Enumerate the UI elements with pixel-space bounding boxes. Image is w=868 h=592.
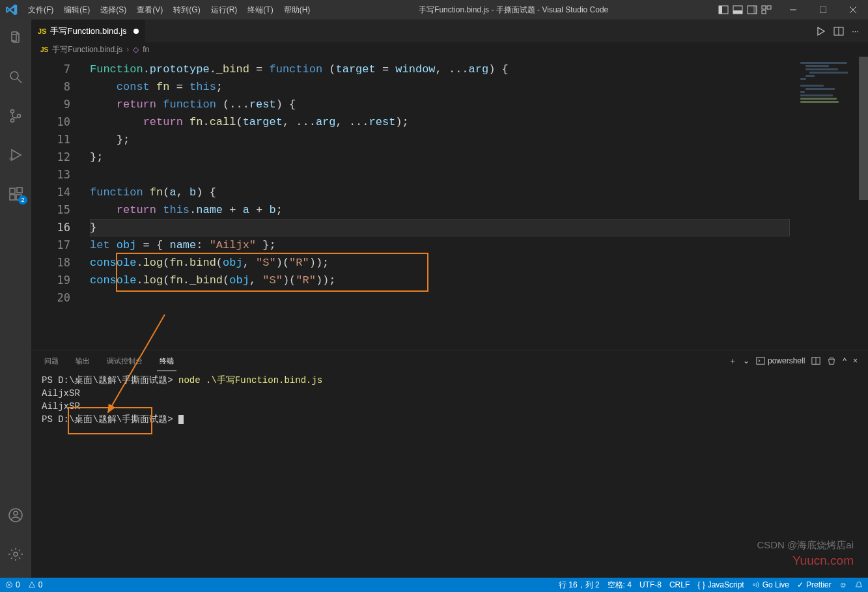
svg-line-14 — [18, 79, 21, 83]
close-panel-icon[interactable]: × — [853, 356, 858, 365]
status-bell-icon[interactable] — [855, 581, 863, 589]
js-file-icon: JS — [38, 27, 46, 35]
svg-point-35 — [753, 584, 755, 586]
layout-controls — [712, 5, 778, 15]
svg-rect-7 — [767, 6, 771, 9]
minimap[interactable] — [800, 61, 859, 113]
editor-group: JS 手写Function.bind.js ··· JS 手写Function.… — [31, 20, 868, 578]
search-icon[interactable] — [0, 64, 31, 90]
svg-rect-5 — [753, 6, 757, 14]
status-prettier[interactable]: ✓ Prettier — [797, 580, 832, 589]
annotation-box-output — [68, 407, 152, 434]
svg-rect-19 — [10, 188, 15, 193]
more-actions-icon[interactable]: ··· — [852, 26, 859, 36]
menu-help[interactable]: 帮助(H) — [279, 0, 316, 20]
explorer-icon[interactable] — [0, 25, 31, 51]
run-file-icon[interactable] — [815, 26, 826, 36]
maximize-panel-icon[interactable]: ^ — [843, 356, 847, 365]
breadcrumb-file[interactable]: 手写Function.bind.js — [52, 44, 122, 55]
status-encoding[interactable]: UTF-8 — [639, 580, 662, 589]
run-debug-icon[interactable] — [0, 142, 31, 168]
menu-edit[interactable]: 编辑(E) — [59, 0, 95, 20]
menu-terminal[interactable]: 终端(T) — [242, 0, 278, 20]
svg-point-17 — [18, 115, 21, 118]
terminal-dropdown-icon[interactable]: ⌄ — [743, 356, 749, 365]
svg-point-24 — [14, 511, 18, 515]
svg-point-16 — [11, 119, 14, 122]
status-warnings[interactable]: 0 — [28, 580, 43, 589]
js-file-icon: JS — [40, 46, 48, 53]
status-bar: 0 0 行 16，列 2 空格: 4 UTF-8 CRLF { } JavaSc… — [0, 578, 868, 592]
close-button[interactable] — [838, 0, 868, 20]
extensions-icon[interactable]: 2 — [0, 181, 31, 207]
svg-rect-10 — [820, 7, 826, 13]
svg-rect-8 — [762, 10, 766, 14]
modified-indicator-icon — [133, 29, 139, 34]
split-terminal-icon[interactable] — [811, 356, 820, 365]
svg-point-13 — [10, 72, 18, 79]
kill-terminal-icon[interactable] — [827, 356, 836, 365]
new-terminal-icon[interactable]: ＋ — [729, 356, 736, 367]
breadcrumb[interactable]: JS 手写Function.bind.js › ◇ fn — [31, 42, 868, 57]
panel-tab-debug-console[interactable]: 调试控制台 — [104, 351, 145, 371]
menu-file[interactable]: 文件(F) — [23, 0, 59, 20]
panel-tab-output[interactable]: 输出 — [73, 351, 92, 371]
source-control-icon[interactable] — [0, 103, 31, 129]
title-bar: 文件(F) 编辑(E) 选择(S) 查看(V) 转到(G) 运行(R) 终端(T… — [0, 0, 868, 20]
menu-selection[interactable]: 选择(S) — [95, 0, 132, 20]
svg-rect-3 — [733, 10, 742, 14]
code-editor[interactable]: 7891011121314151617181920 Function.proto… — [31, 57, 868, 350]
maximize-button[interactable] — [808, 0, 838, 20]
extensions-badge: 2 — [18, 195, 27, 204]
annotation-box-code — [116, 253, 428, 292]
status-language[interactable]: { } JavaScript — [697, 580, 744, 589]
status-golive[interactable]: Go Live — [752, 580, 789, 589]
menu-bar: 文件(F) 编辑(E) 选择(S) 查看(V) 转到(G) 运行(R) 终端(T… — [23, 0, 315, 20]
vertical-scrollbar[interactable] — [859, 57, 868, 350]
svg-rect-20 — [10, 195, 15, 200]
window-title: 手写Function.bind.js - 手撕面试题 - Visual Stud… — [315, 5, 712, 16]
menu-go[interactable]: 转到(G) — [168, 0, 205, 20]
panel-tab-problems[interactable]: 问题 — [42, 351, 61, 371]
menu-view[interactable]: 查看(V) — [132, 0, 168, 20]
settings-gear-icon[interactable] — [0, 541, 31, 567]
editor-tabs: JS 手写Function.bind.js ··· — [31, 20, 868, 42]
breadcrumb-symbol[interactable]: fn — [143, 45, 149, 54]
svg-point-15 — [11, 110, 14, 113]
terminal[interactable]: PS D:\桌面\题解\手撕面试题> node .\手写Function.bin… — [31, 371, 868, 578]
terminal-shell-label[interactable]: powershell — [756, 356, 805, 365]
panel-bottom-icon[interactable] — [733, 5, 743, 15]
svg-point-25 — [14, 552, 18, 556]
panel-tab-terminal[interactable]: 终端 — [157, 351, 176, 371]
svg-rect-22 — [17, 188, 22, 193]
breadcrumb-separator: › — [126, 45, 129, 54]
bottom-panel: 问题 输出 调试控制台 终端 ＋ ⌄ powershell ^ × — [31, 350, 868, 578]
minimize-button[interactable] — [778, 0, 808, 20]
vscode-logo-icon — [0, 4, 23, 16]
status-eol[interactable]: CRLF — [669, 580, 690, 589]
accounts-icon[interactable] — [0, 502, 31, 528]
status-errors[interactable]: 0 — [5, 580, 20, 589]
status-ln-col[interactable]: 行 16，列 2 — [559, 580, 600, 591]
terminal-cursor — [178, 415, 184, 424]
activity-bar: 2 — [0, 20, 31, 578]
panel-right-icon[interactable] — [747, 5, 757, 15]
tab-file[interactable]: JS 手写Function.bind.js — [31, 20, 146, 42]
status-feedback-icon[interactable]: ☺ — [839, 580, 847, 589]
split-editor-icon[interactable] — [833, 26, 844, 36]
panel-left-icon[interactable] — [718, 5, 729, 15]
svg-rect-29 — [757, 358, 764, 365]
svg-rect-1 — [719, 6, 722, 14]
svg-rect-6 — [762, 6, 766, 9]
line-gutter: 7891011121314151617181920 — [31, 57, 83, 307]
layout-grid-icon[interactable] — [761, 5, 772, 15]
status-spaces[interactable]: 空格: 4 — [608, 580, 632, 591]
panel-tabs: 问题 输出 调试控制台 终端 ＋ ⌄ powershell ^ × — [31, 350, 868, 371]
cube-icon: ◇ — [133, 45, 139, 54]
window-controls — [778, 0, 868, 20]
tab-label: 手写Function.bind.js — [50, 25, 126, 37]
menu-run[interactable]: 运行(R) — [206, 0, 243, 20]
